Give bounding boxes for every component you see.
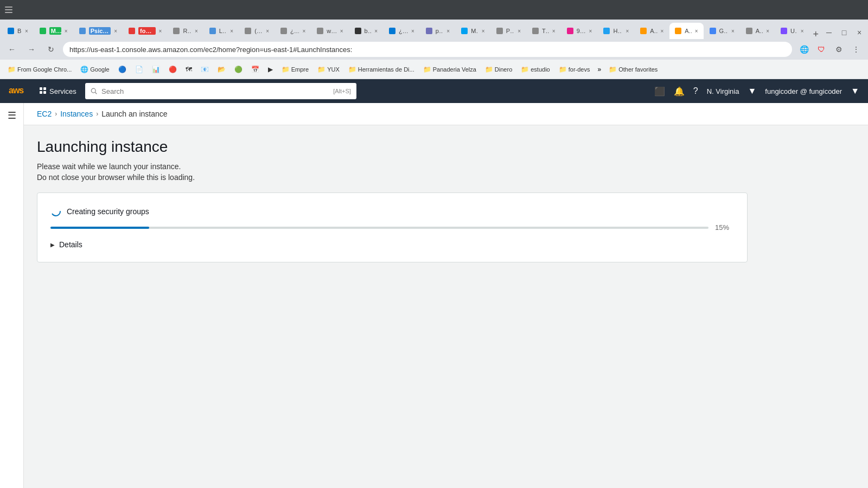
search-input[interactable] [101,87,329,95]
bookmark-play[interactable]: ▶ [265,65,276,74]
bookmark-mail[interactable]: 📧 [197,65,212,74]
breadcrumb-sep2: › [96,110,98,118]
tab-pag[interactable]: Pag...× [491,23,526,39]
tab-mic[interactable]: Mic...× [456,23,490,39]
bookmark-translate[interactable]: 🔵 [115,65,130,74]
subtitle1: Please wait while we launch your instanc… [37,162,855,171]
address-bar: ← → ↻ 🌐 🛡 ⚙ ⋮ [0,39,868,60]
user-chevron: ▼ [851,86,859,96]
tab-how[interactable]: How...× [598,23,634,39]
bookmark-yux[interactable]: 📁YUX [314,65,343,74]
more-icon[interactable]: ⋮ [848,42,864,57]
browser-actions: 🌐 🛡 ⚙ ⋮ [796,42,864,57]
tab-pd[interactable]: (PD...× [239,23,275,39]
progress-bar-wrap [50,227,709,229]
sidebar-toggle[interactable]: ☰ [8,110,16,121]
svg-rect-1 [5,9,12,10]
svg-text:aws: aws [9,86,24,95]
maximize-button[interactable]: □ [838,26,851,39]
close-button[interactable]: × [853,26,866,39]
bookmarks-bar: 📁From Google Chro... 🌐Google 🔵 📄 📊 🔴 🗺 📧… [0,60,868,79]
bookmark-green[interactable]: 🟢 [231,65,246,74]
svg-point-8 [91,88,95,93]
tab-goo[interactable]: Goo...× [704,23,740,39]
bookmark-empre[interactable]: 📁Empre [278,65,312,74]
new-tab-button[interactable]: + [809,29,822,39]
svg-rect-4 [40,87,42,90]
svg-rect-2 [5,12,12,13]
details-row[interactable]: ▶ Details [50,240,734,249]
bookmark-herr[interactable]: 📁Herramientas de Di... [345,65,418,74]
search-shortcut: [Alt+S] [333,88,351,94]
tab-www[interactable]: www...× [311,23,348,39]
services-button[interactable]: Services [39,87,76,95]
tab-co[interactable]: ¿Co...× [275,23,311,39]
tab-aw2[interactable]: AW...× [741,23,775,39]
window-menu-icon[interactable] [4,5,13,14]
extension-icon[interactable]: ⚙ [831,42,846,57]
search-bar[interactable]: [Alt+S] [85,83,356,99]
progress-bar-fill [50,227,149,229]
bookmark-docs[interactable]: 📄 [132,65,146,74]
breadcrumb: EC2 › Instances › Launch an instance [24,103,868,125]
breadcrumb-instances[interactable]: Instances [60,110,93,118]
svg-rect-0 [5,7,12,8]
tab-aws2[interactable]: AW...× [635,23,669,39]
step-label: Creating security groups [67,207,149,216]
bookmark-drive[interactable]: 📂 [214,65,229,74]
bookmark-dinero[interactable]: 📁Dinero [482,65,515,74]
sidebar: ☰ [0,103,24,488]
minimize-button[interactable]: ─ [822,26,835,39]
bell-icon[interactable]: 🔔 [674,86,685,97]
main-content: Launching instance Please wait while we … [24,125,868,488]
bookmark-google[interactable]: 🌐Google [77,65,112,74]
svg-rect-6 [40,91,42,94]
tab-fordev[interactable]: for-devs× [123,23,167,39]
back-button[interactable]: ← [4,42,20,57]
translate-icon[interactable]: 🌐 [796,42,812,57]
tab-psico[interactable]: Psicología× [74,23,123,39]
breadcrumb-current: Launch an instance [101,110,167,118]
bookmark-estudio[interactable]: 📁estudio [518,65,553,74]
aws-topnav: aws Services [Alt+S] ⬛ 🔔 ? N. Virginia ▼… [0,79,868,103]
bookmark-red[interactable]: 🔴 [165,65,180,74]
bookmark-cal[interactable]: 📅 [248,65,263,74]
region-selector[interactable]: N. Virginia [707,87,739,95]
tab-res[interactable]: Res...× [168,23,203,39]
tab-tra[interactable]: Tra...× [527,23,561,39]
tab-ulti[interactable]: Ulti...× [775,23,809,39]
breadcrumb-ec2[interactable]: EC2 [37,110,52,118]
bookmark-fordevs[interactable]: 📁for-devs [556,65,593,74]
tab-bw[interactable]: bW...× [349,23,384,39]
bookmark-folder[interactable]: 📁From Google Chro... [4,65,75,74]
svg-line-9 [95,92,97,94]
bookmark-other[interactable]: 📁Other favorites [605,65,661,74]
launch-card: Creating security groups 15% ▶ Details [37,192,748,262]
reload-button[interactable]: ↻ [43,42,59,57]
step-spinner-icon [50,206,61,217]
bookmarks-more[interactable]: » [595,66,603,73]
search-icon [91,87,97,95]
details-chevron-icon: ▶ [50,242,55,248]
help-icon[interactable]: ? [693,86,698,96]
subtitle2: Do not close your browser while this is … [37,173,855,182]
address-input[interactable] [63,42,792,57]
tab-qu[interactable]: ¿Qu...× [384,23,420,39]
bookmark-sheets[interactable]: 📊 [149,65,163,74]
tab-lau[interactable]: Lau...× [204,23,239,39]
bookmark-maps[interactable]: 🗺 [182,65,195,74]
topnav-right: ⬛ 🔔 ? N. Virginia ▼ fungicoder @ fungico… [654,86,859,97]
tab-php[interactable]: php...× [420,23,455,39]
bookmark-panaderia[interactable]: 📁Panaderia Velza [420,65,480,74]
step-row: Creating security groups [50,206,734,217]
tab-nine[interactable]: 9 La...× [561,23,598,39]
adblock-icon[interactable]: 🛡 [814,42,829,57]
progress-percent: 15% [715,223,734,232]
cloudshell-icon[interactable]: ⬛ [654,86,665,97]
tab-music[interactable]: Music× [34,23,73,39]
tab-bing[interactable]: Bi...× [2,23,34,39]
aws-logo[interactable]: aws [9,84,30,99]
tab-aws-active[interactable]: AWS× [669,23,703,39]
forward-button[interactable]: → [24,42,39,57]
user-menu[interactable]: fungicoder @ fungicoder [765,87,842,95]
